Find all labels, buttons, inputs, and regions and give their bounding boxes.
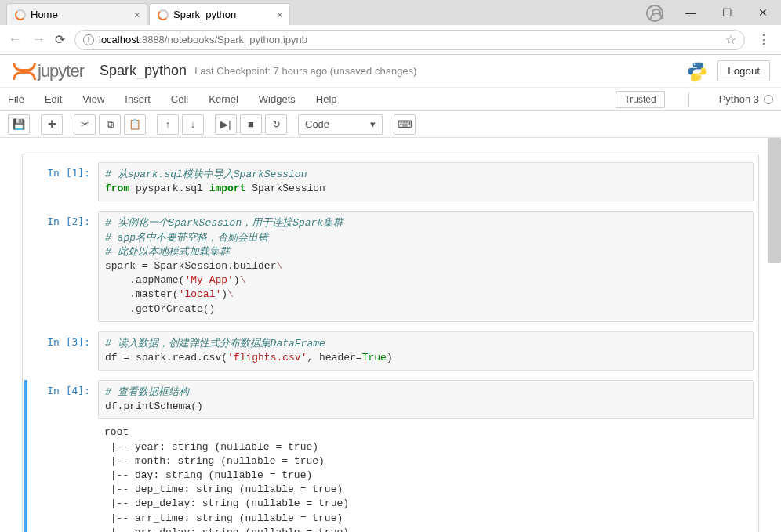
maximize-button[interactable]: ☐ xyxy=(709,0,745,25)
jupyter-logo-icon xyxy=(11,60,33,82)
restart-button[interactable]: ↻ xyxy=(265,114,287,135)
menu-widgets[interactable]: Widgets xyxy=(259,93,296,105)
code-cell[interactable]: In [1]:# 从spark.sql模块中导入SparkSession fro… xyxy=(27,162,754,201)
tab-title: Spark_python xyxy=(173,9,236,20)
reload-button[interactable]: ⟳ xyxy=(55,32,65,47)
browser-menu-icon[interactable]: ⋮ xyxy=(754,32,773,47)
cell-prompt: In [2]: xyxy=(27,211,98,321)
move-down-button[interactable]: ↓ xyxy=(182,114,204,135)
browser-tab-strip: Home×Spark_python× xyxy=(0,0,781,25)
jupyter-logo-text: jupyter xyxy=(38,61,84,81)
kernel-status-icon xyxy=(764,95,773,104)
tab-title: Home xyxy=(31,9,58,20)
tab-close-icon[interactable]: × xyxy=(134,9,140,21)
run-button[interactable]: ▶| xyxy=(215,114,237,135)
code-cell[interactable]: In [4]:# 查看数据框结构 df.printSchema()root |-… xyxy=(24,380,754,532)
trusted-badge[interactable]: Trusted xyxy=(616,91,664,108)
url-text: localhost:8888/notebooks/Spark_python.ip… xyxy=(99,34,307,45)
window-controls: — ☐ ✕ xyxy=(673,0,781,25)
kernel-indicator[interactable]: Python 3 xyxy=(719,93,773,105)
cell-output: root |-- year: string (nullable = true) … xyxy=(98,419,754,532)
add-cell-button[interactable]: ✚ xyxy=(41,114,63,135)
python-logo-icon xyxy=(686,60,708,82)
cell-prompt: In [3]: xyxy=(27,331,98,371)
paste-button[interactable]: 📋 xyxy=(124,114,146,135)
menu-view[interactable]: View xyxy=(82,93,104,105)
tab-close-icon[interactable]: × xyxy=(277,9,283,21)
copy-button[interactable]: ⧉ xyxy=(99,114,121,135)
jupyter-favicon-icon xyxy=(158,9,169,20)
jupyter-favicon-icon xyxy=(15,9,26,20)
notebook-name[interactable]: Spark_python xyxy=(100,63,187,79)
forward-button[interactable]: → xyxy=(31,31,45,48)
cell-input[interactable]: # 从spark.sql模块中导入SparkSession from pyspa… xyxy=(98,162,754,201)
account-icon[interactable] xyxy=(646,5,663,22)
cell-prompt: In [1]: xyxy=(27,162,98,201)
notebook-area[interactable]: In [1]:# 从spark.sql模块中导入SparkSession fro… xyxy=(0,138,781,532)
cell-input[interactable]: # 实例化一个SparkSession，用于连接Spark集群 # app名中不… xyxy=(98,211,754,321)
cell-prompt: In [4]: xyxy=(27,380,98,532)
checkpoint-text: Last Checkpoint: 7 hours ago (unsaved ch… xyxy=(194,65,416,77)
menu-edit[interactable]: Edit xyxy=(45,93,62,105)
notebook-container: In [1]:# 从spark.sql模块中导入SparkSession fro… xyxy=(22,154,759,532)
url-input[interactable]: i localhost:8888/notebooks/Spark_python.… xyxy=(74,30,745,50)
cell-input[interactable]: # 读入数据，创建弹性式分布数据集DataFrame df = spark.re… xyxy=(98,331,754,371)
bookmark-icon[interactable]: ☆ xyxy=(725,32,736,47)
kernel-name-text: Python 3 xyxy=(719,93,759,105)
scrollbar[interactable] xyxy=(768,138,781,263)
menu-insert[interactable]: Insert xyxy=(125,93,151,105)
menu-kernel[interactable]: Kernel xyxy=(209,93,238,105)
browser-tab[interactable]: Spark_python× xyxy=(149,3,290,25)
cell-type-label: Code xyxy=(305,118,329,130)
stop-button[interactable]: ■ xyxy=(240,114,262,135)
move-up-button[interactable]: ↑ xyxy=(157,114,179,135)
back-button[interactable]: ← xyxy=(8,31,22,48)
menu-bar: FileEditViewInsertCellKernelWidgetsHelpT… xyxy=(0,88,781,111)
close-button[interactable]: ✕ xyxy=(745,0,781,25)
logout-button[interactable]: Logout xyxy=(717,60,770,81)
jupyter-header: jupyter Spark_python Last Checkpoint: 7 … xyxy=(0,55,781,88)
jupyter-logo[interactable]: jupyter xyxy=(11,60,84,82)
menu-cell[interactable]: Cell xyxy=(171,93,188,105)
browser-tab[interactable]: Home× xyxy=(6,3,147,25)
save-button[interactable]: 💾 xyxy=(8,114,30,135)
code-cell[interactable]: In [3]:# 读入数据，创建弹性式分布数据集DataFrame df = s… xyxy=(27,331,754,371)
code-cell[interactable]: In [2]:# 实例化一个SparkSession，用于连接Spark集群 #… xyxy=(27,211,754,321)
cell-input[interactable]: # 查看数据框结构 df.printSchema() xyxy=(98,380,754,419)
address-bar: ← → ⟳ i localhost:8888/notebooks/Spark_p… xyxy=(0,25,781,55)
site-info-icon[interactable]: i xyxy=(83,34,94,45)
minimize-button[interactable]: — xyxy=(673,0,709,25)
menu-help[interactable]: Help xyxy=(316,93,337,105)
cell-type-select[interactable]: Code ▾ xyxy=(298,114,383,135)
cut-button[interactable]: ✂ xyxy=(74,114,96,135)
toolbar: 💾 ✚ ✂ ⧉ 📋 ↑ ↓ ▶| ■ ↻ Code ▾ ⌨ xyxy=(0,111,781,138)
command-palette-button[interactable]: ⌨ xyxy=(394,114,416,135)
chevron-down-icon: ▾ xyxy=(370,118,376,130)
menu-file[interactable]: File xyxy=(8,93,24,105)
